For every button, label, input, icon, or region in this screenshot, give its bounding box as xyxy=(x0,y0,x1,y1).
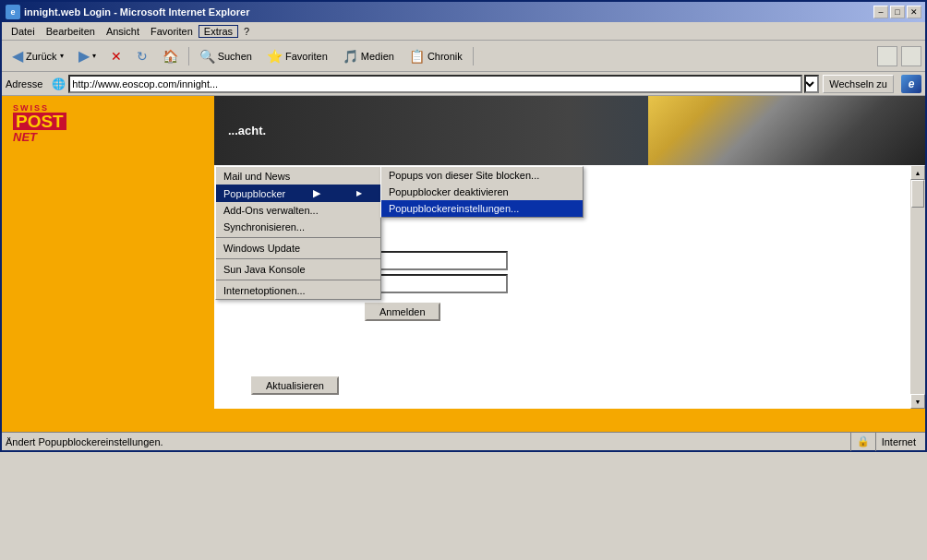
menu-extras[interactable]: Extras xyxy=(199,25,238,38)
toolbar-separator-2 xyxy=(473,47,474,66)
menu-help[interactable]: ? xyxy=(238,25,255,38)
menu-item-synchronisieren[interactable]: Synchronisieren... xyxy=(216,219,380,235)
addressbar: Adresse 🌐 Wechseln zu e xyxy=(2,72,925,96)
minimize-button[interactable]: – xyxy=(873,6,888,18)
back-button[interactable]: ◀ Zurück ▾ xyxy=(6,43,70,69)
submenu-item-deactivate[interactable]: Popupblocker deaktivieren xyxy=(381,184,583,200)
search-button[interactable]: 🔍 Suchen xyxy=(193,43,259,69)
menu-datei[interactable]: Datei xyxy=(6,25,41,38)
forward-dropdown-icon[interactable]: ▾ xyxy=(92,52,96,60)
close-button[interactable]: ✕ xyxy=(907,6,921,18)
toolbar-separator-1 xyxy=(188,47,189,66)
maximize-button[interactable]: □ xyxy=(890,6,905,18)
submit-row: Anmelden xyxy=(365,303,892,321)
banner-text: ...acht. xyxy=(228,124,266,137)
submenu-item-block-site[interactable]: Popups von dieser Site blocken... xyxy=(381,167,583,184)
menu-bearbeiten[interactable]: Bearbeiten xyxy=(41,25,101,38)
post-net-row: POST xyxy=(13,113,66,130)
bottom-yellow-strip xyxy=(2,409,925,432)
yellow-sidebar xyxy=(2,165,214,409)
logo-text-block: SWISS POST NET xyxy=(13,103,66,144)
vertical-scrollbar[interactable]: ▲ ▼ xyxy=(910,165,925,409)
menu-item-mail-news[interactable]: Mail und News ▶ xyxy=(216,167,380,185)
stop-icon: ✕ xyxy=(111,49,122,64)
logo-area: SWISS POST NET xyxy=(2,96,214,165)
address-dropdown[interactable] xyxy=(804,75,819,93)
menubar: Datei Bearbeiten Ansicht Favoriten Extra… xyxy=(2,22,925,41)
menu-item-windows-update[interactable]: Windows Update xyxy=(216,240,380,256)
scroll-thumb[interactable] xyxy=(911,180,924,208)
refresh-button[interactable]: ↻ xyxy=(130,43,154,69)
menu-favoriten[interactable]: Favoriten xyxy=(145,25,199,38)
toolbar-icon-1[interactable] xyxy=(877,46,897,66)
page-icon: 🌐 xyxy=(50,76,66,92)
favorites-icon: ⭐ xyxy=(267,49,283,64)
forward-button[interactable]: ▶ ▾ xyxy=(72,43,102,69)
toolbar: ◀ Zurück ▾ ▶ ▾ ✕ ↻ 🏠 🔍 Suchen ⭐ Favorite… xyxy=(2,41,925,72)
browser-content: SWISS POST NET ...acht. xyxy=(2,96,925,432)
address-input-wrap: 🌐 xyxy=(50,75,819,93)
password-input[interactable] xyxy=(365,274,508,293)
swiss-post-logo: SWISS POST NET xyxy=(13,103,203,144)
title-bar-text: e innight.web Login - Microsoft Internet… xyxy=(6,5,249,19)
media-button[interactable]: 🎵 Medien xyxy=(336,43,401,69)
go-button[interactable]: Wechseln zu xyxy=(823,75,894,93)
back-icon: ◀ xyxy=(12,47,23,65)
submenu-item-settings[interactable]: Popupblockereinstellungen... xyxy=(381,200,583,217)
back-dropdown-icon[interactable]: ▾ xyxy=(60,52,64,60)
header-banner: ...acht. xyxy=(214,96,925,165)
post-text: POST xyxy=(13,113,66,130)
menu-separator-1 xyxy=(216,237,380,238)
history-icon: 📋 xyxy=(409,49,425,64)
banner-image xyxy=(648,96,925,165)
page-area: SWISS POST NET ...acht. xyxy=(2,96,925,432)
scroll-track xyxy=(911,180,924,394)
refresh-icon: ↻ xyxy=(137,49,148,64)
username-input[interactable] xyxy=(365,251,508,270)
ie-logo: e xyxy=(901,75,921,93)
browser-icon: e xyxy=(6,5,20,19)
scroll-up-button[interactable]: ▲ xyxy=(910,165,925,180)
site-header: SWISS POST NET ...acht. xyxy=(2,96,925,165)
statusbar-text: Ändert Popupblockereinstellungen. xyxy=(6,436,163,447)
menu-item-java-konsole[interactable]: Sun Java Konsole xyxy=(216,261,380,278)
statusbar-panel-1: 🔒 xyxy=(850,433,875,451)
title-bar: e innight.web Login - Microsoft Internet… xyxy=(2,2,925,22)
home-button[interactable]: 🏠 xyxy=(156,43,185,69)
refresh-row: Aktualisieren xyxy=(251,376,892,395)
popupblocker-submenu[interactable]: Popups von dieser Site blocken... Popupb… xyxy=(380,166,584,218)
browser-window: e innight.web Login - Microsoft Internet… xyxy=(0,0,927,452)
search-icon: 🔍 xyxy=(199,49,215,64)
popupblocker-arrow: ▶ xyxy=(313,187,320,199)
forward-icon: ▶ xyxy=(78,47,90,65)
statusbar-panel-2: Internet xyxy=(875,433,921,451)
menu-separator-2 xyxy=(216,258,380,259)
menu-item-internetoptionen[interactable]: Internetoptionen... xyxy=(216,282,380,299)
addressbar-links-area: e xyxy=(901,75,921,93)
menu-item-popupblocker[interactable]: Popupblocker ▶ xyxy=(216,185,380,202)
toolbar-icon-2[interactable] xyxy=(901,46,921,66)
extras-menu[interactable]: Mail und News ▶ Popupblocker ▶ Add-Ons v… xyxy=(215,166,381,300)
home-icon: 🏠 xyxy=(163,49,178,64)
history-button[interactable]: 📋 Chronik xyxy=(403,43,469,69)
address-input[interactable] xyxy=(68,75,802,93)
address-label: Adresse xyxy=(6,78,42,89)
statusbar: Ändert Popupblockereinstellungen. 🔒 Inte… xyxy=(2,432,925,450)
favorites-button[interactable]: ⭐ Favoriten xyxy=(260,43,334,69)
net-text: NET xyxy=(13,130,37,144)
menu-item-addons[interactable]: Add-Ons verwalten... xyxy=(216,202,380,219)
refresh-page-button[interactable]: Aktualisieren xyxy=(251,376,339,395)
menu-separator-3 xyxy=(216,280,380,280)
submit-button[interactable]: Anmelden xyxy=(365,303,440,321)
title-bar-buttons: – □ ✕ xyxy=(873,6,921,18)
media-icon: 🎵 xyxy=(343,49,358,64)
stop-button[interactable]: ✕ xyxy=(104,43,128,69)
menu-ansicht[interactable]: Ansicht xyxy=(101,25,145,38)
toolbar-right xyxy=(877,46,921,66)
statusbar-panels: 🔒 Internet xyxy=(850,433,921,451)
scroll-down-button[interactable]: ▼ xyxy=(910,394,925,409)
